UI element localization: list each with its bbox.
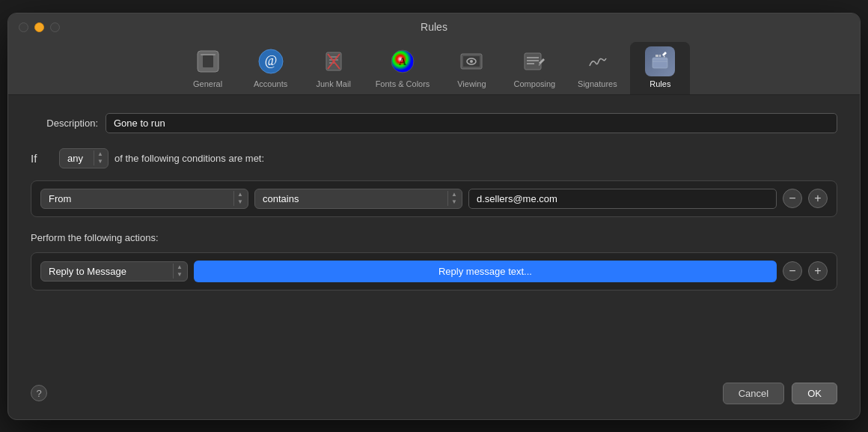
window-title: Rules [19, 21, 849, 39]
signatures-icon [582, 46, 612, 76]
condition-row: From To Subject Date Body ▲ ▼ contains d… [31, 180, 837, 217]
reply-text-button[interactable]: Reply message text... [194, 261, 777, 282]
action-row: Reply to Message Forward Message Move Me… [31, 252, 837, 290]
content-area: Description: If any all none ▲ ▼ of the … [8, 95, 860, 380]
if-row: If any all none ▲ ▼ of the following con… [31, 148, 837, 168]
rules-window: Rules General @ Accounts [7, 13, 861, 420]
toolbar-label-junk-mail: Junk Mail [316, 79, 350, 88]
svg-rect-17 [525, 53, 541, 70]
toolbar-label-accounts: Accounts [254, 79, 287, 88]
traffic-lights [19, 22, 60, 32]
svg-point-16 [470, 60, 473, 63]
action-up-arrow[interactable]: ▲ [177, 264, 183, 271]
operator-up-arrow[interactable]: ▲ [451, 191, 457, 198]
fonts-colors-icon: A [388, 46, 418, 76]
condition-add-button[interactable]: + [808, 189, 828, 208]
actions-label: Perform the following actions: [31, 232, 837, 243]
action-down-arrow[interactable]: ▼ [177, 271, 183, 279]
ok-button[interactable]: OK [792, 383, 837, 404]
svg-rect-1 [203, 55, 213, 67]
action-stepper: ▲ ▼ [173, 264, 183, 279]
rules-icon [645, 46, 675, 76]
toolbar-label-viewing: Viewing [457, 79, 486, 88]
action-type-wrapper[interactable]: Reply to Message Forward Message Move Me… [40, 261, 188, 282]
general-icon [193, 46, 223, 76]
field-up-arrow[interactable]: ▲ [237, 191, 243, 198]
close-button[interactable] [19, 22, 28, 32]
footer-buttons: Cancel OK [723, 383, 837, 404]
titlebar: Rules [8, 13, 860, 39]
condition-remove-button[interactable]: − [783, 189, 802, 208]
description-row: Description: [31, 113, 837, 133]
action-type-select[interactable]: Reply to Message Forward Message Move Me… [49, 264, 168, 279]
toolbar-item-signatures[interactable]: Signatures [567, 42, 627, 94]
condition-value-input[interactable] [468, 189, 777, 209]
condition-operator-wrapper[interactable]: contains does not contain is equal to be… [254, 189, 462, 209]
svg-text:@: @ [264, 53, 277, 68]
svg-text:A: A [399, 56, 407, 67]
action-add-button[interactable]: + [808, 261, 828, 281]
toolbar-item-rules[interactable]: Rules [630, 42, 690, 94]
operator-down-arrow[interactable]: ▼ [451, 198, 457, 206]
toolbar-label-fonts-colors: Fonts & Colors [376, 79, 430, 88]
minimize-button[interactable] [34, 22, 44, 32]
toolbar-label-signatures: Signatures [578, 79, 617, 88]
description-input[interactable] [106, 113, 837, 133]
field-down-arrow[interactable]: ▼ [237, 198, 243, 206]
toolbar-label-composing: Composing [514, 79, 556, 88]
toolbar-label-rules: Rules [650, 79, 670, 88]
maximize-button[interactable] [50, 22, 60, 32]
footer: ? Cancel OK [8, 380, 860, 419]
any-up-arrow[interactable]: ▲ [97, 150, 103, 158]
conditions-text: of the following conditions are met: [114, 153, 264, 164]
toolbar-item-general[interactable]: General [178, 42, 238, 94]
toolbar-item-fonts-colors[interactable]: A Fonts & Colors [367, 42, 439, 94]
help-button[interactable]: ? [31, 385, 47, 401]
field-stepper: ▲ ▼ [233, 191, 243, 207]
svg-rect-2 [201, 54, 216, 55]
toolbar-item-composing[interactable]: Composing [504, 42, 564, 94]
description-label: Description: [31, 118, 98, 129]
junk-mail-icon [319, 46, 349, 76]
composing-icon [519, 46, 549, 76]
any-down-arrow[interactable]: ▼ [97, 158, 103, 165]
viewing-icon [456, 46, 486, 76]
action-remove-button[interactable]: − [783, 261, 802, 281]
condition-field-select[interactable]: From To Subject Date Body [49, 191, 229, 207]
cancel-button[interactable]: Cancel [723, 383, 784, 404]
operator-stepper: ▲ ▼ [447, 191, 457, 207]
any-stepper: ▲ ▼ [94, 150, 103, 166]
toolbar: General @ Accounts [8, 39, 860, 95]
toolbar-label-general: General [193, 79, 222, 88]
toolbar-item-accounts[interactable]: @ Accounts [241, 42, 301, 94]
any-select-wrapper[interactable]: any all none ▲ ▼ [59, 148, 109, 168]
if-label: If [31, 152, 53, 165]
toolbar-item-junk-mail[interactable]: Junk Mail [304, 42, 364, 94]
accounts-icon: @ [256, 46, 286, 76]
any-select[interactable]: any all none [67, 150, 89, 166]
condition-field-wrapper[interactable]: From To Subject Date Body ▲ ▼ [40, 189, 248, 209]
condition-operator-select[interactable]: contains does not contain is equal to be… [263, 191, 443, 207]
toolbar-item-viewing[interactable]: Viewing [441, 42, 501, 94]
